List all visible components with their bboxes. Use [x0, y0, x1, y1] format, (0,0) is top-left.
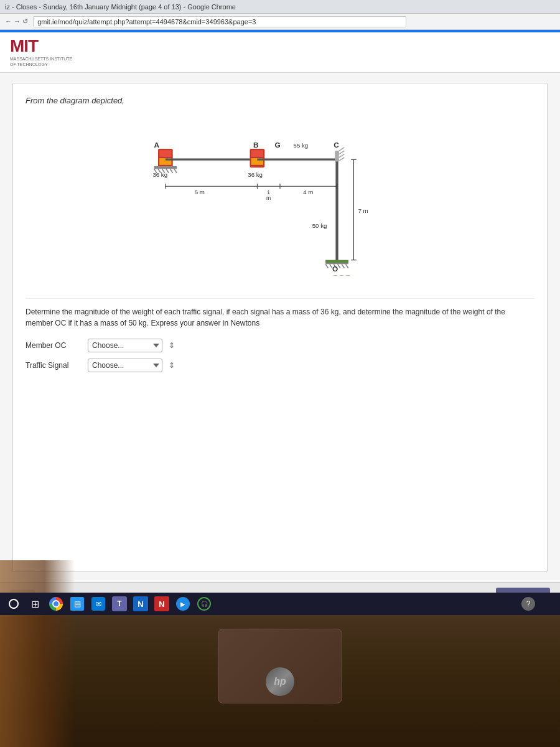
load-55kg-label: 55 kg [294, 142, 309, 149]
traffic-signal-row: Traffic Signal Choose... 352.8 N 176.4 N… [26, 359, 534, 372]
svg-line-21 [170, 169, 172, 172]
svg-rect-5 [251, 150, 263, 157]
svg-line-35 [339, 151, 345, 154]
svg-line-37 [339, 157, 345, 161]
dim-4m-label: 4 m [303, 189, 313, 195]
svg-line-14 [342, 264, 344, 268]
traffic-signal-arrows: ⇕ [169, 361, 175, 370]
n-red-icon[interactable]: N [153, 595, 170, 613]
traffic-signal-label: Traffic Signal [26, 361, 82, 370]
member-oc-arrows: ⇕ [169, 341, 175, 350]
hp-logo: hp [264, 666, 296, 697]
page-content: MIT MASSACHUSETTS INSTITUTE OF TECHNOLOG… [0, 32, 560, 610]
point-a-label: A [154, 141, 160, 149]
mit-subtitle: MASSACHUSETTS INSTITUTE OF TECHNOLOGY [10, 56, 550, 67]
mit-header: MIT MASSACHUSETTS INSTITUTE OF TECHNOLOG… [0, 32, 560, 73]
search-button[interactable] [5, 595, 22, 613]
ground-label: ⌒⌒⌒ [332, 275, 351, 281]
browser-title: iz - Closes - Sunday, 16th January Midni… [5, 3, 555, 11]
dim-7m-label: 7 m [358, 208, 368, 215]
headphone-icon[interactable]: 🎧 [195, 595, 213, 613]
mit-logo: MIT [10, 37, 550, 55]
diagram-svg: A 36 kg B 36 kg G 55 kg C [26, 114, 534, 288]
point-o-label: O [332, 265, 338, 273]
n-blue-icon[interactable]: N [132, 595, 149, 613]
laptop-bottom: hp [0, 610, 560, 747]
browser-addressbar: ← → ↺ gmit.ie/mod/quiz/attempt.php?attem… [0, 14, 560, 30]
member-oc-select[interactable]: Choose... 490.5 N 353.2 N 500 N [88, 339, 162, 352]
svg-line-13 [338, 264, 340, 268]
point-g-label: G [274, 141, 280, 149]
hp-text: hp [266, 667, 294, 696]
browser-titlebar: iz - Closes - Sunday, 16th January Midni… [0, 0, 560, 14]
member-oc-row: Member OC Choose... 490.5 N 353.2 N 500 … [26, 339, 534, 352]
dim-5m-label: 5 m [195, 189, 205, 195]
svg-line-22 [174, 169, 177, 172]
load-50kg-label: 50 kg [312, 222, 327, 229]
question-intro: From the diagram depicted, [26, 96, 534, 105]
svg-line-34 [339, 148, 345, 151]
svg-rect-33 [335, 151, 338, 161]
quiz-area: From the diagram depicted, A 36 kg [12, 83, 548, 572]
member-oc-label: Member OC [26, 341, 82, 350]
email-icon[interactable]: ✉ [90, 595, 107, 613]
chrome-icon[interactable] [47, 595, 65, 613]
blue-stream-icon[interactable]: ▶ [174, 595, 192, 613]
svg-rect-16 [154, 166, 177, 169]
files-icon[interactable]: ▤ [68, 595, 86, 613]
svg-line-36 [339, 154, 345, 157]
question-text: Determine the magnitude of the weight of… [26, 298, 534, 329]
svg-line-10 [325, 264, 328, 268]
traffic-signal-select[interactable]: Choose... 352.8 N 176.4 N 400 N [88, 359, 162, 372]
address-bar[interactable]: gmit.ie/mod/quiz/attempt.php?attempt=449… [33, 16, 406, 27]
point-b-label: B [253, 141, 259, 149]
help-icon[interactable]: ? [521, 597, 535, 611]
taskbar: ⊞ ▤ ✉ T N N ▶ 🎧 ? [0, 593, 560, 615]
svg-rect-1 [159, 150, 171, 157]
mass-36kg-right-label: 36 kg [248, 171, 263, 178]
left-hand-shadow [0, 560, 75, 747]
svg-line-15 [346, 264, 348, 268]
point-c-label: C [334, 141, 339, 149]
diagram-container: A 36 kg B 36 kg G 55 kg C [26, 114, 534, 288]
svg-rect-38 [325, 260, 348, 263]
teams-icon[interactable]: T [111, 595, 128, 613]
dim-m-label: m [266, 195, 271, 201]
snap-button[interactable]: ⊞ [26, 595, 44, 613]
